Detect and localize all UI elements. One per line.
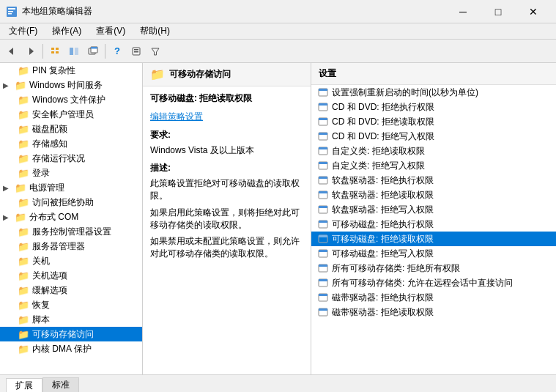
sidebar-label-dma: 内核 DMA 保护 <box>32 343 92 355</box>
sidebar-item-security[interactable]: 📁 安全帐户管理员 <box>0 107 142 122</box>
sidebar-label-pin: PIN 复杂性 <box>32 64 75 77</box>
edit-policy-link[interactable]: 编辑策略设置 <box>150 111 203 122</box>
middle-panel-header: 📁 可移动存储访问 <box>143 63 311 86</box>
sidebar-item-windows-file[interactable]: 📁 Windows 文件保护 <box>0 92 142 107</box>
sidebar-item-service-control[interactable]: 📁 服务控制管理器设置 <box>0 224 142 239</box>
sidebar-label-server-manager: 服务器管理器 <box>32 240 85 253</box>
sidebar-item-access-denied[interactable]: 📁 访问被拒绝协助 <box>0 195 142 210</box>
settings-item-all-allow[interactable]: 所有可移动存储类: 允许在远程会话中直接访问 <box>311 275 556 290</box>
settings-label-removable-write: 可移动磁盘: 拒绝写入权限 <box>332 248 434 260</box>
sidebar-item-removable-storage[interactable]: 📁 可移动存储访问 <box>0 327 142 341</box>
settings-item-custom-read[interactable]: 自定义类: 拒绝读取权限 <box>311 144 556 158</box>
settings-icon-restart-time <box>317 86 329 98</box>
settings-icon-removable-write <box>317 248 329 259</box>
settings-item-removable-execute[interactable]: 可移动磁盘: 拒绝执行权限 <box>311 217 556 232</box>
folder-icon-storage-run: 📁 <box>18 153 29 164</box>
policy-title: 可移动磁盘: 拒绝读取权限 <box>150 92 303 105</box>
svg-rect-32 <box>319 177 327 179</box>
sidebar-item-restore-opts[interactable]: 📁 缓解选项 <box>0 283 142 297</box>
up-button[interactable] <box>46 42 64 60</box>
settings-icon-floppy-write <box>317 204 329 215</box>
folder-icon-restore-opts: 📁 <box>18 285 29 296</box>
forward-button[interactable] <box>22 42 40 60</box>
svg-rect-22 <box>319 103 327 106</box>
expander-power[interactable]: ▶ <box>3 184 15 192</box>
settings-item-floppy-write[interactable]: 软盘驱动器: 拒绝写入权限 <box>311 202 556 217</box>
expander-dcom[interactable]: ▶ <box>3 213 15 221</box>
sidebar-item-dcom[interactable]: ▶ 📁 分布式 COM <box>0 210 142 224</box>
tab-expand[interactable]: 扩展 <box>6 378 42 392</box>
folder-icon-access-denied: 📁 <box>18 197 29 208</box>
settings-item-cd-write[interactable]: CD 和 DVD: 拒绝写入权限 <box>311 129 556 144</box>
settings-icon-all-allow <box>317 277 329 289</box>
settings-label-floppy-execute: 软盘驱动器: 拒绝执行权限 <box>332 174 434 187</box>
settings-item-removable-read[interactable]: 可移动磁盘: 拒绝读取权限 <box>311 232 556 246</box>
menu-action[interactable]: 操作(A) <box>46 23 87 39</box>
sidebar-item-restore[interactable]: 📁 恢复 <box>0 297 142 312</box>
settings-item-removable-write[interactable]: 可移动磁盘: 拒绝写入权限 <box>311 246 556 261</box>
show-tree-button[interactable] <box>65 42 83 60</box>
settings-icon-removable-read <box>317 233 329 245</box>
sidebar-label-restore-opts: 缓解选项 <box>32 284 67 297</box>
settings-item-floppy-read[interactable]: 软盘驱动器: 拒绝读取权限 <box>311 188 556 202</box>
extra-text-1: 如果启用此策略设置，则将拒绝对此可移动存储类的读取权限。 <box>150 207 303 232</box>
sidebar-tree: 📁 PIN 复杂性 ▶ 📁 Windows 时间服务 📁 Windows 文件保… <box>0 63 143 374</box>
close-button[interactable]: ✕ <box>516 2 550 21</box>
tab-standard[interactable]: 标准 <box>42 377 79 392</box>
settings-label-cd-write: CD 和 DVD: 拒绝写入权限 <box>332 130 434 143</box>
settings-icon-floppy-read <box>317 189 329 201</box>
filter-button[interactable] <box>147 42 164 60</box>
sidebar-item-storage-sense[interactable]: 📁 存储感知 <box>0 136 142 151</box>
menu-view[interactable]: 查看(V) <box>90 23 131 39</box>
svg-rect-1 <box>8 8 15 10</box>
svg-rect-20 <box>319 89 327 91</box>
main-content: 📁 PIN 复杂性 ▶ 📁 Windows 时间服务 📁 Windows 文件保… <box>0 63 556 374</box>
settings-icon-removable-execute <box>317 218 329 230</box>
title-bar-left: 本地组策略编辑器 <box>6 5 92 18</box>
folder-icon-pin: 📁 <box>18 65 29 76</box>
help-button[interactable]: ? <box>108 42 126 60</box>
settings-icon-cd-execute <box>317 101 329 113</box>
sidebar-item-server-manager[interactable]: 📁 服务器管理器 <box>0 239 142 254</box>
settings-label-cd-execute: CD 和 DVD: 拒绝执行权限 <box>332 101 434 114</box>
sidebar-item-dma[interactable]: 📁 内核 DMA 保护 <box>0 341 142 356</box>
sidebar-item-power[interactable]: ▶ 📁 电源管理 <box>0 180 142 195</box>
menu-help[interactable]: 帮助(H) <box>134 23 176 39</box>
settings-item-tape-execute[interactable]: 磁带驱动器: 拒绝执行权限 <box>311 290 556 305</box>
settings-item-cd-read[interactable]: CD 和 DVD: 拒绝读取权限 <box>311 114 556 129</box>
svg-rect-10 <box>70 48 73 55</box>
sidebar-item-pin[interactable]: 📁 PIN 复杂性 <box>0 63 142 78</box>
settings-item-restart-time[interactable]: 设置强制重新启动的时间(以秒为单位) <box>311 85 556 100</box>
properties-button[interactable] <box>127 42 145 60</box>
middle-panel-title: 可移动存储访问 <box>169 68 231 81</box>
folder-icon-power: 📁 <box>15 182 26 193</box>
sidebar-item-shutdown[interactable]: 📁 关机 <box>0 254 142 268</box>
sidebar-item-login[interactable]: 📁 登录 <box>0 166 142 180</box>
back-button[interactable] <box>3 42 21 60</box>
settings-item-custom-write[interactable]: 自定义类: 拒绝写入权限 <box>311 158 556 173</box>
sidebar-item-shutdown-opts[interactable]: 📁 关机选项 <box>0 268 142 283</box>
minimize-button[interactable]: ─ <box>446 2 480 21</box>
settings-item-floppy-execute[interactable]: 软盘驱动器: 拒绝执行权限 <box>311 173 556 188</box>
svg-rect-2 <box>8 11 13 12</box>
svg-rect-38 <box>319 221 327 223</box>
new-window-button[interactable] <box>84 42 102 60</box>
svg-rect-48 <box>319 294 327 296</box>
maximize-button[interactable]: □ <box>481 2 515 21</box>
sidebar-item-script[interactable]: 📁 脚本 <box>0 312 142 327</box>
settings-item-tape-read[interactable]: 磁带驱动器: 拒绝读取权限 <box>311 305 556 319</box>
folder-icon-dma: 📁 <box>18 344 29 355</box>
sidebar-item-storage-run[interactable]: 📁 存储运行状况 <box>0 151 142 166</box>
right-panel: 设置 设置强制重新启动的时间(以秒为单位) CD 和 DVD: 拒绝执行权限 C… <box>311 63 556 374</box>
svg-marker-4 <box>9 48 13 55</box>
sidebar-item-disk[interactable]: 📁 磁盘配额 <box>0 122 142 136</box>
toolbar: ? <box>0 40 556 63</box>
menu-file[interactable]: 文件(F) <box>3 23 43 39</box>
expander-windows-time[interactable]: ▶ <box>3 81 15 89</box>
sidebar-label-windows-file: Windows 文件保护 <box>32 94 105 106</box>
settings-item-cd-execute[interactable]: CD 和 DVD: 拒绝执行权限 <box>311 100 556 114</box>
sidebar-item-windows-time[interactable]: ▶ 📁 Windows 时间服务 <box>0 78 142 92</box>
settings-item-all-deny[interactable]: 所有可移动存储类: 拒绝所有权限 <box>311 261 556 275</box>
folder-icon-server-manager: 📁 <box>18 241 29 252</box>
settings-label-floppy-write: 软盘驱动器: 拒绝写入权限 <box>332 204 434 216</box>
